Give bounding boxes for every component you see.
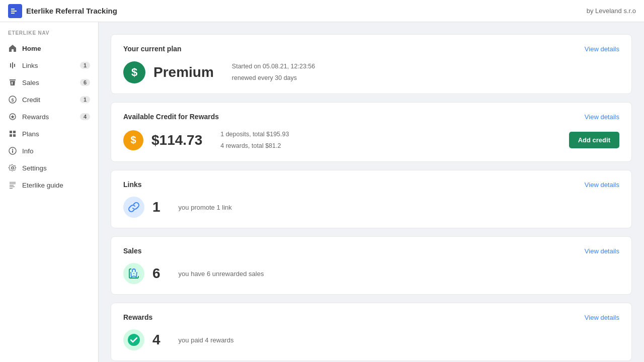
credit-badge: 1 xyxy=(80,96,90,103)
plan-name: Premium xyxy=(153,64,214,80)
sidebar-label-links: Links xyxy=(22,62,38,69)
sidebar-label-sales: Sales xyxy=(22,79,39,86)
links-card-title: Links xyxy=(123,180,142,189)
credit-card: Available Credit for Rewards View detail… xyxy=(111,102,632,162)
app-logo: Eterlike Referral Tracking xyxy=(8,4,117,18)
svg-rect-2 xyxy=(11,13,15,14)
plans-icon xyxy=(8,129,17,138)
logo-icon xyxy=(8,4,22,18)
credit-meta: 1 deposits, total $195.93 4 rewards, tot… xyxy=(220,129,289,151)
credit-card-header: Available Credit for Rewards View detail… xyxy=(123,113,619,121)
links-badge: 1 xyxy=(80,62,90,69)
plan-icon: $ xyxy=(123,61,145,83)
sidebar-item-info[interactable]: Info xyxy=(0,142,98,159)
links-count: 1 xyxy=(152,199,160,215)
rewards-count: 4 xyxy=(152,332,160,348)
settings-icon xyxy=(8,163,17,172)
credit-content: $ $114.73 1 deposits, total $195.93 4 re… xyxy=(123,129,619,151)
sidebar-label-credit: Credit xyxy=(22,96,40,104)
brand-text: by Leveland s.r.o xyxy=(587,7,636,15)
links-card-header: Links View details xyxy=(123,180,619,189)
sales-stat-content: 6 you have 6 unrewarded sales xyxy=(123,263,619,284)
add-credit-button[interactable]: Add credit xyxy=(569,132,619,148)
sales-stat-icon xyxy=(123,263,144,284)
credit-icon: $ xyxy=(8,95,17,104)
sidebar-label-rewards: Rewards xyxy=(22,113,49,121)
topbar: Eterlike Referral Tracking by Leveland s… xyxy=(0,0,644,22)
links-stat-content: 1 you promote 1 link xyxy=(123,197,619,218)
sidebar-label-settings: Settings xyxy=(22,164,47,172)
credit-meta-line2: 4 rewards, total $81.2 xyxy=(220,140,289,152)
sidebar-item-credit[interactable]: $ Credit 1 xyxy=(0,91,98,108)
links-stat-icon xyxy=(123,197,144,218)
sidebar-item-guide[interactable]: Eterlike guide xyxy=(0,176,98,194)
coin-icon: $ xyxy=(130,134,136,146)
rewards-card-header: Rewards View details xyxy=(123,313,619,321)
sales-card-header: Sales View details xyxy=(123,247,619,255)
links-icon xyxy=(8,61,17,70)
sidebar-item-sales[interactable]: Sales 6 xyxy=(0,74,98,91)
credit-meta-line1: 1 deposits, total $195.93 xyxy=(220,129,289,140)
sales-icon xyxy=(8,78,17,87)
rewards-stat-content: 4 you paid 4 rewards xyxy=(123,329,619,350)
plan-view-details[interactable]: View details xyxy=(585,45,619,53)
svg-point-7 xyxy=(133,273,134,274)
rewards-card-title: Rewards xyxy=(123,313,152,321)
rewards-description: you paid 4 rewards xyxy=(179,336,234,344)
sales-count: 6 xyxy=(152,265,160,282)
sales-card: Sales View details 6 you have 6 unreward… xyxy=(111,236,632,295)
plan-meta-line2: renewed every 30 days xyxy=(232,72,315,84)
sidebar-item-plans[interactable]: Plans xyxy=(0,125,98,142)
sidebar: ETERLIKE NAV Home Links 1 Sales 6 xyxy=(0,22,99,362)
links-view-details[interactable]: View details xyxy=(585,181,619,189)
plan-card-header: Your current plan View details xyxy=(123,45,619,53)
home-icon xyxy=(8,44,17,53)
sales-description: you have 6 unrewarded sales xyxy=(179,270,264,278)
svg-rect-0 xyxy=(11,9,15,10)
rewards-icon xyxy=(8,112,17,121)
credit-view-details[interactable]: View details xyxy=(585,113,619,121)
sidebar-label-guide: Eterlike guide xyxy=(22,182,63,189)
links-card: Links View details 1 you promote 1 link xyxy=(111,170,632,228)
sales-view-details[interactable]: View details xyxy=(585,247,619,255)
rewards-badge: 4 xyxy=(80,113,90,120)
dollar-sign-icon: $ xyxy=(131,66,137,79)
sidebar-label-plans: Plans xyxy=(22,130,39,138)
info-icon xyxy=(8,146,17,155)
sidebar-label-home: Home xyxy=(22,45,41,52)
guide-icon xyxy=(8,180,17,190)
plan-meta: Started on 05.08.21, 12:23:56 renewed ev… xyxy=(232,61,315,83)
credit-amount: $114.73 xyxy=(151,132,202,148)
plan-card-title: Your current plan xyxy=(123,45,182,53)
plan-card: Your current plan View details $ Premium… xyxy=(111,34,632,94)
sidebar-item-settings[interactable]: Settings xyxy=(0,159,98,176)
sales-card-title: Sales xyxy=(123,247,142,255)
rewards-stat-icon xyxy=(123,329,144,350)
sidebar-item-home[interactable]: Home xyxy=(0,40,98,57)
credit-coin-icon: $ xyxy=(123,130,143,150)
sales-badge: 6 xyxy=(80,79,90,86)
app-name: Eterlike Referral Tracking xyxy=(26,7,117,15)
sidebar-label-info: Info xyxy=(22,147,34,155)
svg-rect-1 xyxy=(11,11,17,12)
plan-meta-line1: Started on 05.08.21, 12:23:56 xyxy=(232,61,315,72)
credit-card-title: Available Credit for Rewards xyxy=(123,113,219,121)
sidebar-item-rewards[interactable]: Rewards 4 xyxy=(0,108,98,125)
svg-point-8 xyxy=(128,334,140,346)
rewards-card: Rewards View details 4 you paid 4 reward… xyxy=(111,303,632,361)
plan-content: $ Premium Started on 05.08.21, 12:23:56 … xyxy=(123,61,619,83)
links-description: you promote 1 link xyxy=(179,204,232,211)
sidebar-item-links[interactable]: Links 1 xyxy=(0,57,98,74)
main-content: Your current plan View details $ Premium… xyxy=(99,22,644,362)
svg-text:$: $ xyxy=(11,98,14,103)
rewards-view-details[interactable]: View details xyxy=(585,314,619,321)
sidebar-nav-label: ETERLIKE NAV xyxy=(0,30,98,40)
